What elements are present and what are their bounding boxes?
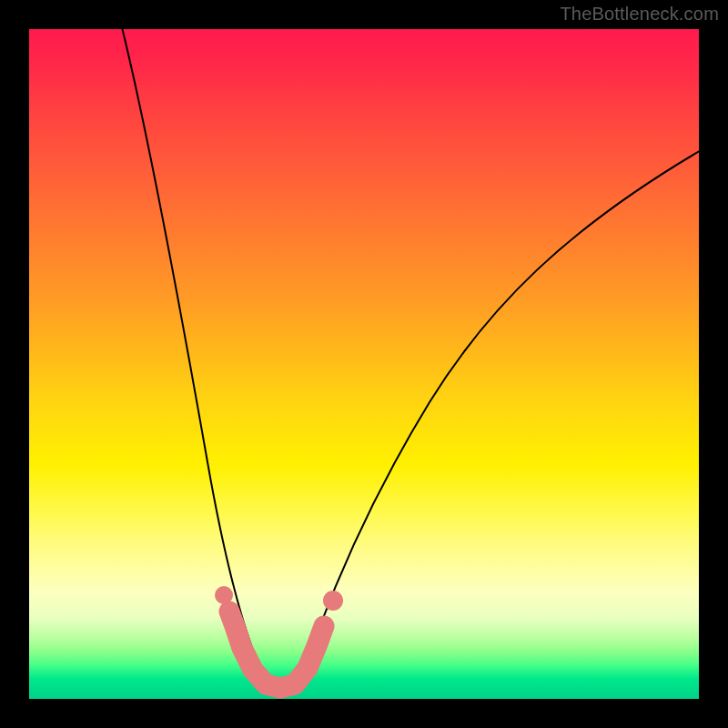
curve-right-arm bbox=[278, 149, 699, 688]
highlight-bottom-stroke bbox=[229, 612, 324, 688]
plot-area bbox=[29, 29, 699, 699]
watermark-text: TheBottleneck.com bbox=[560, 4, 719, 25]
highlight-lead-dot bbox=[215, 586, 233, 604]
chart-frame: TheBottleneck.com bbox=[0, 0, 728, 728]
curves-overlay bbox=[29, 29, 699, 699]
curve-left-arm bbox=[120, 29, 278, 688]
highlight-isolated-dot bbox=[323, 591, 343, 611]
